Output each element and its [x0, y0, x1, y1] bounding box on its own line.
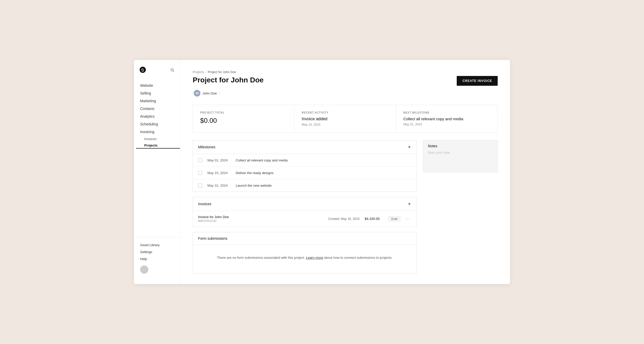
- milestones-title: Milestones: [198, 145, 215, 149]
- sidebar-subitem-invoices[interactable]: Invoices: [136, 136, 180, 142]
- invoice-status-badge: Draft: [388, 216, 400, 221]
- sidebar-subitem-projects[interactable]: Projects: [136, 142, 180, 149]
- stat-value-recent-activity: Invoice added: [302, 117, 388, 121]
- milestone-date-0: May 01, 2024: [207, 158, 231, 162]
- stats-row: PROJECT TOTAL $0.00 RECENT ACTIVITY Invo…: [193, 105, 498, 133]
- invoices-header: Invoices +: [193, 197, 417, 211]
- search-button[interactable]: [170, 67, 175, 73]
- invoices-section: Invoices + Invoice for John Doe 8NFOTKGT…: [193, 197, 417, 227]
- logo-icon: [139, 66, 146, 74]
- sidebar-item-asset-library[interactable]: Asset Library: [140, 242, 174, 248]
- sidebar-item-scheduling[interactable]: Scheduling: [134, 120, 180, 128]
- invoices-title: Invoices: [198, 202, 211, 206]
- stat-label-next-milestone: NEXT MILESTONE: [403, 111, 490, 114]
- invoices-add-button[interactable]: +: [407, 201, 411, 207]
- milestone-desc-1: Deliver the ready designs: [236, 171, 411, 175]
- invoice-info: Invoice for John Doe 8NFOTKGT4C: [198, 215, 325, 222]
- breadcrumb-parent[interactable]: Projects: [193, 70, 204, 74]
- milestones-add-button[interactable]: +: [407, 144, 411, 150]
- milestones-header: Milestones +: [193, 140, 417, 154]
- milestones-section: Milestones + May 01, 2024 Collect all re…: [193, 140, 417, 192]
- page-title: Project for John Doe: [193, 76, 264, 84]
- stat-card-project-total: PROJECT TOTAL $0.00: [193, 105, 294, 133]
- right-panel: Notes: [423, 140, 498, 274]
- sidebar-item-invoicing[interactable]: Invoicing: [134, 128, 180, 136]
- notes-title: Notes: [423, 140, 497, 151]
- main-content: Projects / Project for John Doe Project …: [180, 60, 510, 284]
- list-item: Invoice for John Doe 8NFOTKGT4C Created:…: [193, 211, 417, 227]
- stat-value-next-milestone: Collect all relevant copy and media: [403, 117, 490, 121]
- svg-line-2: [173, 71, 174, 72]
- form-empty-text: There are no form submissions associated…: [198, 255, 411, 261]
- milestone-desc-2: Launch the new website: [236, 184, 411, 187]
- client-avatar: JD: [194, 90, 200, 97]
- table-row: May 31, 2024 Launch the new website: [193, 179, 417, 192]
- sidebar-item-settings[interactable]: Settings: [140, 248, 174, 255]
- nav-items: Website Selling Marketing Contacts Analy…: [134, 82, 180, 237]
- milestones-list: May 01, 2024 Collect all relevant copy a…: [193, 154, 417, 192]
- main-sections: Milestones + May 01, 2024 Collect all re…: [193, 140, 417, 274]
- stat-date-recent-activity: May 16, 2024: [302, 123, 388, 126]
- client-badge[interactable]: JD John Doe ›: [193, 89, 222, 98]
- create-invoice-button[interactable]: CREATE INVOICE: [457, 76, 498, 86]
- client-chevron-icon: ›: [219, 91, 220, 95]
- user-avatar[interactable]: [140, 265, 148, 274]
- breadcrumb: Projects / Project for John Doe: [193, 70, 498, 74]
- form-learn-more-link[interactable]: Learn more: [306, 256, 323, 260]
- notes-textarea[interactable]: [423, 151, 497, 171]
- table-row: May 01, 2024 Collect all relevant copy a…: [193, 154, 417, 167]
- stat-label-project-total: PROJECT TOTAL: [200, 111, 287, 114]
- svg-point-0: [140, 67, 146, 73]
- form-submissions-title: Form submissions: [198, 236, 227, 240]
- sidebar-item-analytics[interactable]: Analytics: [134, 113, 180, 120]
- table-row: May 15, 2024 Deliver the ready designs: [193, 167, 417, 179]
- stat-card-next-milestone: NEXT MILESTONE Collect all relevant copy…: [396, 105, 497, 133]
- sidebar-item-selling[interactable]: Selling: [134, 89, 180, 97]
- client-name: John Doe: [202, 91, 217, 95]
- milestone-date-2: May 31, 2024: [207, 184, 231, 187]
- sidebar-item-website[interactable]: Website: [134, 82, 180, 89]
- stat-value-project-total: $0.00: [200, 117, 287, 125]
- invoice-menu-button[interactable]: ···: [403, 216, 411, 222]
- invoice-name: Invoice for John Doe: [198, 215, 325, 219]
- milestone-checkbox-2[interactable]: [198, 183, 202, 187]
- invoice-amount: $4,100.00: [365, 217, 385, 221]
- stat-card-recent-activity: RECENT ACTIVITY Invoice added May 16, 20…: [294, 105, 396, 133]
- content-area: Milestones + May 01, 2024 Collect all re…: [193, 140, 498, 274]
- breadcrumb-current: Project for John Doe: [208, 70, 236, 74]
- milestone-checkbox-0[interactable]: [198, 158, 202, 162]
- invoice-created: Created: May 16, 2024: [328, 217, 362, 221]
- form-submissions-body: There are no form submissions associated…: [193, 245, 417, 273]
- breadcrumb-separator: /: [205, 70, 206, 74]
- sidebar-item-help[interactable]: Help: [140, 255, 174, 262]
- milestone-checkbox-1[interactable]: [198, 171, 202, 175]
- sidebar-item-contacts[interactable]: Contacts: [134, 105, 180, 113]
- milestone-date-1: May 15, 2024: [207, 171, 231, 175]
- form-submissions-section: Form submissions There are no form submi…: [193, 232, 417, 274]
- notes-card: Notes: [423, 140, 498, 173]
- milestone-desc-0: Collect all relevant copy and media: [236, 158, 411, 162]
- stat-date-next-milestone: May 01, 2024: [403, 123, 490, 126]
- form-submissions-header: Form submissions: [193, 232, 417, 245]
- page-header: Project for John Doe CREATE INVOICE: [193, 76, 498, 86]
- invoice-id: 8NFOTKGT4C: [198, 219, 325, 222]
- sidebar-item-marketing[interactable]: Marketing: [134, 97, 180, 105]
- stat-label-recent-activity: RECENT ACTIVITY: [302, 111, 388, 114]
- sidebar: Website Selling Marketing Contacts Analy…: [134, 60, 180, 284]
